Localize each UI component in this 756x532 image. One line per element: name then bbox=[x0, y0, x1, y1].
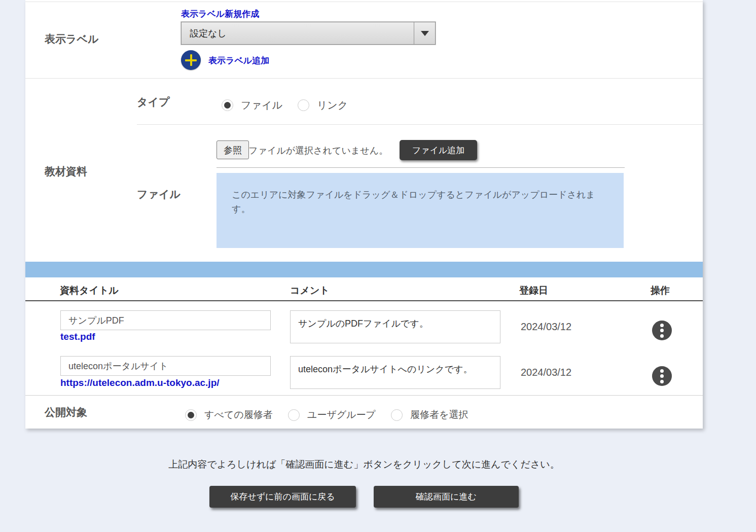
radio-unselected-icon[interactable] bbox=[298, 99, 309, 111]
publish-row-label: 公開対象 bbox=[45, 405, 87, 419]
back-without-save-button[interactable]: 保存せずに前の画面に戻る bbox=[209, 486, 356, 508]
row-actions-kebab-icon[interactable] bbox=[652, 321, 672, 340]
no-file-selected-text: ファイルが選択されていません。 bbox=[248, 145, 388, 157]
radio-user-group[interactable]: ユーザグループ bbox=[288, 408, 376, 421]
plus-icon bbox=[190, 54, 192, 66]
table-header-actions: 操作 bbox=[651, 284, 670, 297]
row-actions-kebab-icon[interactable] bbox=[652, 366, 672, 386]
add-display-label-button[interactable] bbox=[181, 50, 201, 70]
select-dropdown-arrow-icon[interactable] bbox=[414, 22, 435, 44]
radio-unselected-icon[interactable] bbox=[288, 409, 300, 421]
display-label-row-label: 表示ラベル bbox=[45, 32, 98, 46]
create-display-label-link[interactable]: 表示ラベル新規作成 bbox=[181, 8, 259, 20]
material-file-link[interactable]: test.pdf bbox=[60, 331, 95, 342]
display-label-select[interactable]: 設定なし bbox=[181, 22, 436, 45]
radio-selected-icon[interactable] bbox=[185, 409, 197, 421]
material-title-input[interactable] bbox=[60, 356, 271, 376]
radio-type-file[interactable]: ファイル bbox=[222, 98, 282, 112]
type-radio-group: ファイル リンク bbox=[222, 98, 363, 112]
confirm-instruction-text: 上記内容でよろしければ「確認画面に進む」ボタンをクリックして次に進んでください。 bbox=[25, 458, 703, 471]
file-dropzone[interactable]: このエリアに対象ファイルをドラッグ＆ドロップするとファイルがアップロードされます… bbox=[217, 173, 624, 248]
display-label-select-value: 設定なし bbox=[182, 27, 414, 40]
material-url-link[interactable]: https://utelecon.adm.u-tokyo.ac.jp/ bbox=[60, 377, 220, 388]
radio-type-link[interactable]: リンク bbox=[298, 98, 348, 112]
file-row-label: ファイル bbox=[137, 187, 181, 201]
add-file-button[interactable]: ファイル追加 bbox=[400, 140, 477, 160]
type-row-label: タイプ bbox=[137, 95, 169, 109]
type-row-divider bbox=[137, 124, 703, 125]
material-comment-input[interactable]: uteleconポータルサイトへのリンクです。 bbox=[290, 356, 500, 389]
material-date: 2024/03/12 bbox=[521, 367, 571, 378]
material-date: 2024/03/12 bbox=[521, 321, 571, 333]
table-header-underline bbox=[25, 300, 703, 301]
table-header-title: 資料タイトル bbox=[60, 284, 119, 297]
radio-selected-icon[interactable] bbox=[222, 99, 233, 111]
dropzone-text: このエリアに対象ファイルをドラッグ＆ドロップするとファイルがアップロードされます… bbox=[232, 188, 609, 217]
section-divider bbox=[25, 78, 703, 79]
table-header-comment: コメント bbox=[290, 284, 330, 297]
material-title-input[interactable] bbox=[60, 310, 271, 330]
top-divider bbox=[25, 2, 703, 2]
publish-radio-group: すべての履修者 ユーザグループ 履修者を選択 bbox=[185, 408, 483, 421]
add-display-label-link[interactable]: 表示ラベル追加 bbox=[208, 55, 269, 66]
file-row-divider bbox=[217, 167, 625, 168]
material-comment-input[interactable]: サンプルのPDFファイルです。 bbox=[290, 310, 500, 343]
go-to-confirm-button[interactable]: 確認画面に進む bbox=[374, 486, 519, 508]
table-header-date: 登録日 bbox=[519, 284, 548, 297]
browse-file-button[interactable]: 参照 bbox=[217, 140, 249, 159]
radio-all-students[interactable]: すべての履修者 bbox=[185, 408, 273, 421]
table-bottom-divider bbox=[25, 395, 703, 396]
radio-unselected-icon[interactable] bbox=[391, 409, 403, 421]
radio-select-students[interactable]: 履修者を選択 bbox=[391, 408, 468, 421]
material-edit-panel: 表示ラベル 表示ラベル新規作成 設定なし 表示ラベル追加 タイプ ファイル リン… bbox=[25, 0, 703, 429]
table-top-band bbox=[25, 262, 703, 277]
material-row-label: 教材資料 bbox=[45, 164, 87, 179]
